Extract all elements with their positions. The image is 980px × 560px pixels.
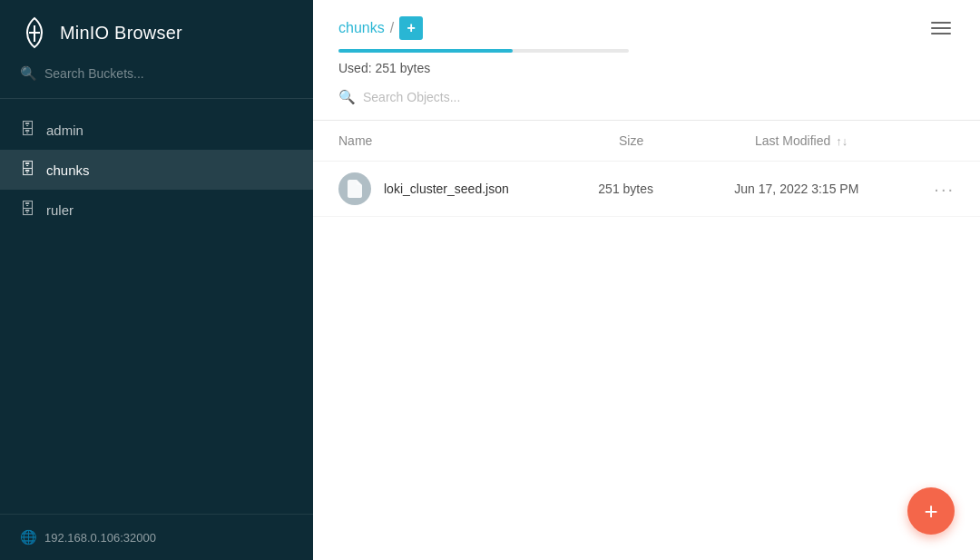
table-row: loki_cluster_seed.json 251 bytes Jun 17,… bbox=[313, 162, 980, 217]
usage-bar-fill bbox=[338, 49, 513, 53]
app-title: MinIO Browser bbox=[60, 23, 182, 44]
file-actions-menu[interactable]: ··· bbox=[934, 179, 955, 200]
sidebar-item-ruler[interactable]: 🗄 ruler bbox=[0, 190, 313, 230]
file-list: loki_cluster_seed.json 251 bytes Jun 17,… bbox=[313, 162, 980, 560]
sidebar-item-admin[interactable]: 🗄 admin bbox=[0, 110, 313, 150]
usage-bar bbox=[338, 49, 629, 53]
hamburger-menu-icon[interactable] bbox=[927, 18, 955, 38]
sidebar-item-chunks[interactable]: 🗄 chunks bbox=[0, 150, 313, 190]
bucket-list: 🗄 admin 🗄 chunks 🗄 ruler bbox=[0, 99, 313, 514]
sort-icon[interactable]: ↑↓ bbox=[836, 134, 848, 148]
bucket-icon-chunks: 🗄 bbox=[20, 161, 35, 179]
globe-icon: 🌐 bbox=[20, 529, 37, 545]
sidebar-item-label-ruler: ruler bbox=[46, 202, 74, 218]
search-buckets-input[interactable] bbox=[44, 66, 293, 81]
sidebar-header: MinIO Browser bbox=[0, 0, 313, 65]
minio-logo-icon bbox=[20, 16, 49, 49]
file-size: 251 bytes bbox=[598, 182, 734, 196]
column-header-name: Name bbox=[338, 133, 619, 148]
column-header-size: Size bbox=[619, 133, 755, 148]
breadcrumb: chunks / + bbox=[338, 16, 423, 40]
upload-fab-button[interactable]: + bbox=[907, 487, 955, 535]
bucket-icon-ruler: 🗄 bbox=[20, 201, 35, 219]
bucket-icon-admin: 🗄 bbox=[20, 121, 35, 139]
add-folder-button[interactable]: + bbox=[399, 16, 423, 40]
usage-text: Used: 251 bytes bbox=[338, 61, 430, 75]
usage-section: Used: 251 bytes bbox=[313, 40, 980, 76]
breadcrumb-separator: / bbox=[390, 20, 394, 36]
top-bar: chunks / + bbox=[313, 0, 980, 40]
search-objects-icon: 🔍 bbox=[338, 89, 356, 105]
sidebar-item-label-chunks: chunks bbox=[46, 162, 90, 178]
search-buckets-icon: 🔍 bbox=[20, 65, 37, 82]
file-name[interactable]: loki_cluster_seed.json bbox=[384, 182, 598, 196]
server-address: 192.168.0.106:32000 bbox=[44, 531, 156, 545]
search-buckets-container: 🔍 bbox=[0, 65, 313, 99]
file-modified: Jun 17, 2022 3:15 PM bbox=[734, 182, 934, 196]
column-header-last-modified: Last Modified ↑↓ bbox=[755, 133, 955, 148]
breadcrumb-bucket[interactable]: chunks bbox=[338, 20, 385, 36]
table-header: Name Size Last Modified ↑↓ bbox=[313, 121, 980, 162]
search-objects-container: 🔍 bbox=[313, 76, 980, 121]
sidebar-item-label-admin: admin bbox=[46, 123, 83, 138]
search-objects-input[interactable] bbox=[363, 90, 955, 104]
file-type-icon bbox=[338, 172, 371, 205]
sidebar-footer: 🌐 192.168.0.106:32000 bbox=[0, 514, 313, 560]
